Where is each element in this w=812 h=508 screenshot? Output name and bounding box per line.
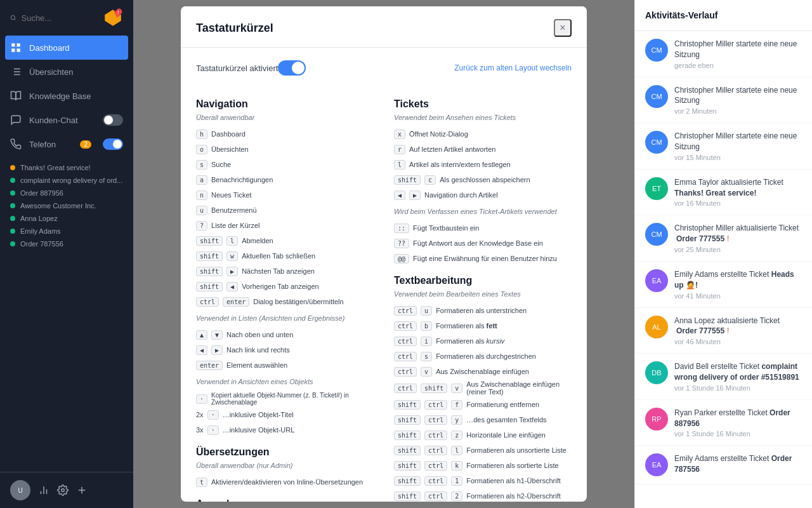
shortcut-ctrl-shift-v: ctrlshiftvAus Zwischenablage einfügen (r… bbox=[394, 380, 572, 396]
appearance-title: Aussehen bbox=[196, 498, 374, 502]
chat-item-5[interactable]: Emily Adams bbox=[10, 225, 123, 237]
shortcut-r: rAuf letzten Artikel antworten bbox=[394, 143, 572, 156]
chat-item-2[interactable]: Order 887956 bbox=[10, 187, 123, 199]
search-bar[interactable]: ! bbox=[0, 0, 133, 36]
search-input[interactable] bbox=[21, 13, 98, 23]
translations-title: Übersetzungen bbox=[196, 446, 374, 458]
shortcut-a: aBenachrichtigungen bbox=[196, 173, 374, 186]
logo-icon: ! bbox=[103, 8, 123, 28]
status-dot bbox=[10, 241, 15, 246]
shortcut-n: nNeues Ticket bbox=[196, 189, 374, 201]
nav-section-title: Navigation bbox=[196, 98, 374, 110]
shortcut-t: tAktivieren/deaktivieren von Inline-Über… bbox=[196, 476, 374, 488]
shortcut-shift-ctrl-z: shiftctrlzHorizontale Line einfügen bbox=[394, 429, 572, 441]
avatar: EA bbox=[645, 269, 668, 292]
user-avatar[interactable]: U bbox=[10, 480, 30, 500]
nav-subtitle-all: Überall anwendbar bbox=[196, 114, 374, 121]
keyboard-shortcuts-modal: Tastaturkürzel × Tastaturkürzel aktivier… bbox=[181, 6, 587, 502]
compose-subtitle: Wird beim Verfassen eines Ticket-Artikel… bbox=[394, 208, 572, 215]
svg-point-18 bbox=[62, 489, 65, 492]
toggle-label: Tastaturkürzel aktiviert bbox=[196, 64, 278, 73]
shortcut-columns: Navigation Überall anwendbar hDashboard … bbox=[196, 88, 572, 502]
shortcut-x: xÖffnet Notiz-Dialog bbox=[394, 128, 572, 140]
activity-item-1: CM Christopher Miller startete eine neue… bbox=[635, 77, 812, 124]
chat-item-4[interactable]: Anna Lopez bbox=[10, 212, 123, 225]
avatar: ET bbox=[645, 177, 668, 200]
close-button[interactable]: × bbox=[554, 19, 572, 37]
status-dot bbox=[10, 203, 15, 208]
sidebar-item-dashboard[interactable]: Dashboard bbox=[5, 36, 128, 60]
svg-point-0 bbox=[11, 15, 15, 19]
textbearbeitung-subtitle: Verwendet beim Bearbeiten eines Textes bbox=[394, 290, 572, 298]
sidebar-item-knowledge-base[interactable]: Knowledge Base bbox=[0, 84, 133, 108]
status-dot bbox=[10, 229, 15, 234]
sidebar-item-uebersichten[interactable]: Übersichten bbox=[0, 60, 133, 84]
avatar: AL bbox=[645, 316, 668, 338]
shortcut-doublecolon: ::Fügt Textbaustein ein bbox=[394, 222, 572, 234]
shortcut-shift-left: shift◀Vorherigen Tab anzeigen bbox=[196, 280, 374, 293]
shortcut-enter: enterElement auswählen bbox=[196, 359, 374, 371]
shortcut-shift-ctrl-2: shiftctrl2Formatieren als h2-Überschrift bbox=[394, 490, 572, 502]
avatar: CM bbox=[645, 223, 668, 246]
shortcut-ctrl-enter: ctrlenterDialog bestätigen/übermitteln bbox=[196, 295, 374, 308]
svg-text:!: ! bbox=[117, 10, 119, 15]
chat-item-1[interactable]: complaint wrong delivery of ord... bbox=[10, 174, 123, 187]
chat-items-list: Thanks! Great service! complaint wrong d… bbox=[0, 156, 133, 255]
shortcut-shift-ctrl-l: shiftctrllFormatieren als unsortierte Li… bbox=[394, 444, 572, 457]
chat-item-3[interactable]: Awesome Customer Inc. bbox=[10, 199, 123, 212]
textbearbeitung-title: Textbearbeitung bbox=[394, 275, 572, 286]
shortcut-arrows-leftright: ◀▶Nach link und rechts bbox=[196, 344, 374, 356]
telefon-toggle[interactable] bbox=[103, 138, 123, 150]
tickets-title: Tickets bbox=[394, 98, 572, 110]
shortcut-ctrl-s: ctrlsFormatieren als durchgestrichen bbox=[394, 350, 572, 363]
chat-item-0[interactable]: Thanks! Great service! bbox=[10, 161, 123, 174]
shortcut-h: hDashboard bbox=[196, 128, 374, 140]
shortcut-shift-ctrl-y: shiftctrly…des gesamten Textfelds bbox=[394, 413, 572, 426]
grid-icon bbox=[10, 42, 22, 53]
activity-item-9: EA Emily Adams erstellte Ticket Order 78… bbox=[635, 446, 812, 485]
shortcut-arrows-updown: ▲▼Nach oben und unten bbox=[196, 328, 374, 341]
shortcut-ctrl-u: ctrluFormatieren als unterstrichen bbox=[394, 304, 572, 317]
shortcuts-toggle[interactable] bbox=[278, 60, 306, 76]
right-column: Tickets Verwendet beim Ansehen eines Tic… bbox=[394, 88, 572, 502]
shortcut-3x-dot: 3x·…inklusive Objekt-URL bbox=[196, 424, 374, 436]
sidebar-item-telefon[interactable]: Telefon 2 bbox=[0, 132, 133, 156]
shortcut-o: oÜbersichten bbox=[196, 143, 374, 156]
back-link[interactable]: Zurück zum alten Layout wechseln bbox=[454, 64, 572, 72]
status-dot bbox=[10, 178, 15, 183]
activity-item-8: RP Ryan Parker erstellte Ticket Order 88… bbox=[635, 400, 812, 446]
modal-overlay[interactable]: Tastaturkürzel × Tastaturkürzel aktivier… bbox=[133, 0, 634, 508]
nav-subtitle-lists: Verwendet in Listen (Ansichten und Ergeb… bbox=[196, 314, 374, 322]
shortcut-shift-ctrl-k: shiftctrlkFormatieren als sortierte List… bbox=[394, 459, 572, 472]
settings-icon[interactable] bbox=[57, 485, 69, 496]
shortcut-doublequestion: ??Fügt Antwort aus der Knowledge Base ei… bbox=[394, 237, 572, 250]
svg-rect-8 bbox=[17, 49, 20, 52]
phone-icon bbox=[10, 138, 22, 150]
left-column: Navigation Überall anwendbar hDashboard … bbox=[196, 88, 374, 502]
sidebar: ! Dashboard Übersichten Knowledge Base K… bbox=[0, 0, 133, 508]
shortcut-ctrl-v: ctrlvAus Zwischenablage einfügen bbox=[394, 365, 572, 378]
chart-icon[interactable] bbox=[38, 485, 49, 496]
activity-item-2: CM Christopher Miller startete eine neue… bbox=[635, 123, 812, 170]
plus-icon[interactable] bbox=[76, 485, 88, 496]
shortcut-dot: ·Kopiert aktuelle Objekt-Nummer (z. B. T… bbox=[196, 392, 374, 406]
activity-item-5: EA Emily Adams erstellte Ticket Heads up… bbox=[635, 262, 812, 308]
shortcut-l: lArtikel als intern/extern festlegen bbox=[394, 158, 572, 171]
kunden-chat-toggle[interactable] bbox=[103, 114, 123, 126]
tickets-subtitle: Verwendet beim Ansehen eines Tickets bbox=[394, 114, 572, 121]
shortcut-ctrl-b: ctrlbFormatieren als fett bbox=[394, 319, 572, 332]
sidebar-label-uebersichten: Übersichten bbox=[29, 67, 73, 77]
avatar: CM bbox=[645, 85, 668, 108]
sidebar-item-kunden-chat[interactable]: Kunden-Chat bbox=[0, 108, 133, 132]
chat-item-6[interactable]: Order 787556 bbox=[10, 237, 123, 250]
shortcut-nav-article: ◀▶Navigation durch Artikel bbox=[394, 189, 572, 201]
avatar: RP bbox=[645, 408, 668, 431]
svg-rect-6 bbox=[17, 43, 20, 46]
shortcut-shift-ctrl-1: shiftctrl1Formatieren als h1-Überschrift bbox=[394, 474, 572, 487]
chat-icon bbox=[10, 114, 22, 126]
shortcut-question: ?Liste der Kürzel bbox=[196, 219, 374, 232]
activity-item-0: CM Christopher Miller startete eine neue… bbox=[635, 31, 812, 77]
sidebar-bottom: U bbox=[0, 472, 133, 508]
activity-item-7: DB David Bell erstellte Ticket complaint… bbox=[635, 354, 812, 400]
list-icon bbox=[10, 66, 22, 77]
